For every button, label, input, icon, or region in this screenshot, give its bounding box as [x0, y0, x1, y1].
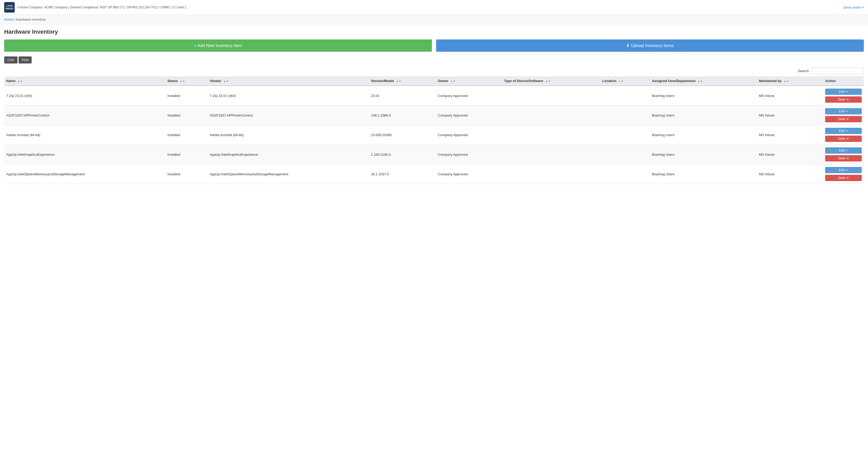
inventory-table: Name ▲▼ Status ▲▼ Vendor ▲▼ Version/Mode… [4, 76, 864, 184]
cell-vendor: AppUp.IntelOptaneMemoryandStorageManagem… [208, 164, 369, 184]
cell-vendor: Adobe Acrobat (64-bit) [208, 125, 369, 145]
col-owner[interactable]: Owner ▲▼ [436, 76, 502, 86]
col-type[interactable]: Type of Device/Software ▲▼ [502, 76, 600, 86]
action-buttons-cell: Edit ✏ Delet ✕ [825, 108, 862, 122]
action-buttons-cell: Edit ✏ Delet ✕ [825, 89, 862, 103]
action-buttons-cell: Edit ✏ Delet ✕ [825, 147, 862, 162]
cell-location [600, 86, 650, 106]
cell-name: Adobe Acrobat (64-bit) [4, 125, 165, 145]
action-cell: Edit ✏ Delet ✕ [823, 164, 864, 184]
header: LAKE RIDGE // Active Company: ACME Compa… [0, 0, 868, 15]
table-header-row: Name ▲▼ Status ▲▼ Vendor ▲▼ Version/Mode… [4, 76, 864, 86]
header-left: LAKE RIDGE // Active Company: ACME Compa… [4, 2, 186, 12]
table-row: 7-Zip 23.01 (x64)Installed7-Zip 23.01 (x… [4, 86, 864, 106]
user-name: Omer Astim [843, 5, 861, 9]
cell-vendor: 7-Zip 23.01 (x64) [208, 86, 369, 106]
delete-button[interactable]: Delet ✕ [825, 155, 862, 162]
delete-button[interactable]: Delet ✕ [825, 175, 862, 181]
print-button[interactable]: Print [19, 57, 32, 64]
sort-type-icon: ▲▼ [545, 80, 550, 82]
edit-button[interactable]: Edit ✏ [825, 108, 862, 114]
breadcrumb: Home / Hardware Inventory [0, 15, 868, 24]
sort-maintained-icon: ▲▼ [783, 80, 789, 82]
breadcrumb-current: Hardware Inventory [16, 18, 46, 22]
export-buttons: CSV Print [0, 55, 868, 66]
sort-owner-icon: ▲▼ [451, 80, 456, 82]
table-row: AD2F1837.HPPrinterControlInstalledAD2F18… [4, 106, 864, 125]
cell-assigned: Boarhog Users [650, 125, 756, 145]
cell-owner: Company Approved [436, 145, 502, 164]
cell-location [600, 106, 650, 125]
search-bar: Search: [0, 66, 868, 76]
page-title: Hardware Inventory [0, 24, 868, 37]
cell-owner: Company Approved [436, 125, 502, 145]
chevron-down-icon: ▾ [862, 6, 864, 9]
edit-button[interactable]: Edit ✏ [825, 128, 862, 134]
cell-type [502, 164, 600, 184]
cell-name: AppUp.IntelOptaneMemoryandStorageManagem… [4, 164, 165, 184]
cell-version: 18.1.1037.0 [369, 164, 436, 184]
cell-name: AD2F1837.HPPrinterControl [4, 106, 165, 125]
edit-button[interactable]: Edit ✏ [825, 147, 862, 154]
sort-location-icon: ▲▼ [618, 80, 624, 82]
cell-assigned: Boarhog Users [650, 145, 756, 164]
cell-status: Installed [165, 106, 208, 125]
col-version[interactable]: Version/Model ▲▼ [369, 76, 436, 86]
delete-button[interactable]: Delet ✕ [825, 96, 862, 103]
sort-vendor-icon: ▲▼ [223, 80, 228, 82]
cell-assigned: Boarhog Users [650, 106, 756, 125]
cell-status: Installed [165, 125, 208, 145]
cell-assigned: Boarhog Users [650, 86, 756, 106]
cell-location [600, 145, 650, 164]
cell-version: 148.1.1066.0 [369, 106, 436, 125]
table-row: AppUp.IntelOptaneMemoryandStorageManagem… [4, 164, 864, 184]
cell-maintained: MS Intune [757, 125, 823, 145]
cell-status: Installed [165, 145, 208, 164]
search-label: Search: [798, 69, 809, 73]
action-cell: Edit ✏ Delet ✕ [823, 86, 864, 106]
action-cell: Edit ✏ Delet ✕ [823, 145, 864, 164]
col-action: Action [823, 76, 864, 86]
action-cell: Edit ✏ Delet ✕ [823, 125, 864, 145]
table-row: AppUp.IntelGraphicsExperienceInstalledAp… [4, 145, 864, 164]
cell-status: Installed [165, 86, 208, 106]
user-menu[interactable]: Omer Astim ▾ [843, 5, 864, 9]
cell-owner: Company Approved [436, 106, 502, 125]
upload-inventory-button[interactable]: ⬇ Upload Inventory items [436, 39, 864, 52]
col-assigned[interactable]: Assigned User/Department ▲▼ [650, 76, 756, 86]
cell-status: Installed [165, 164, 208, 184]
search-input[interactable] [811, 68, 864, 74]
csv-button[interactable]: CSV [4, 57, 18, 64]
cell-name: 7-Zip 23.01 (x64) [4, 86, 165, 106]
col-maintained[interactable]: Maintained by ▲▼ [757, 76, 823, 86]
cell-maintained: MS Intune [757, 106, 823, 125]
cell-type [502, 86, 600, 106]
col-status[interactable]: Status ▲▼ [165, 76, 208, 86]
cell-assigned: Boarhog Users [650, 164, 756, 184]
cell-type [502, 125, 600, 145]
col-vendor[interactable]: Vendor ▲▼ [208, 76, 369, 86]
breadcrumb-separator: / [14, 18, 16, 22]
cell-vendor: AppUp.IntelGraphicsExperience [208, 145, 369, 164]
action-buttons: + Add New Inventory Item ⬇ Upload Invent… [0, 37, 868, 55]
cell-version: 23.01 [369, 86, 436, 106]
cell-name: AppUp.IntelGraphicsExperience [4, 145, 165, 164]
company-info: // Active Company: ACME Company | Desire… [17, 5, 186, 9]
cell-maintained: MS Intune [757, 164, 823, 184]
action-buttons-cell: Edit ✏ Delet ✕ [825, 167, 862, 181]
edit-button[interactable]: Edit ✏ [825, 89, 862, 95]
cell-owner: Company Approved [436, 86, 502, 106]
col-location[interactable]: Location ▲▼ [600, 76, 650, 86]
action-cell: Edit ✏ Delet ✕ [823, 106, 864, 125]
add-inventory-button[interactable]: + Add New Inventory Item [4, 39, 432, 52]
cell-type [502, 106, 600, 125]
table-container: Name ▲▼ Status ▲▼ Vendor ▲▼ Version/Mode… [0, 76, 868, 184]
col-name[interactable]: Name ▲▼ [4, 76, 165, 86]
breadcrumb-home[interactable]: Home [4, 18, 13, 22]
delete-button[interactable]: Delet ✕ [825, 136, 862, 142]
table-row: Adobe Acrobat (64-bit)InstalledAdobe Acr… [4, 125, 864, 145]
delete-button[interactable]: Delet ✕ [825, 116, 862, 122]
cell-version: 23.006.20360 [369, 125, 436, 145]
edit-button[interactable]: Edit ✏ [825, 167, 862, 173]
cell-owner: Company Approved [436, 164, 502, 184]
